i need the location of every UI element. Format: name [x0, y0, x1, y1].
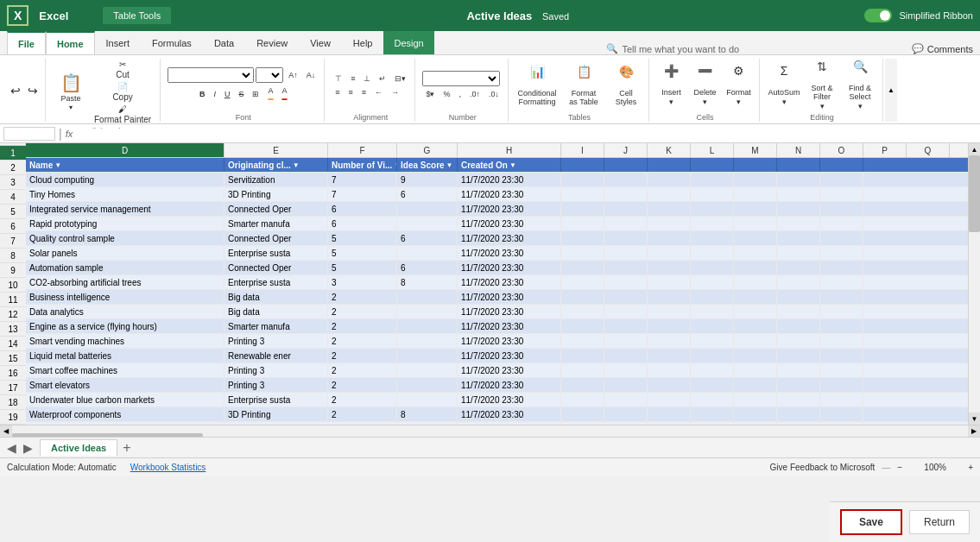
align-left-button[interactable]: ≡: [332, 86, 343, 98]
comments-button[interactable]: 💬 Comments: [912, 43, 980, 54]
table-cell[interactable]: 7: [328, 187, 397, 201]
format-cells-button[interactable]: ⚙ Format▾: [724, 61, 754, 110]
table-cell[interactable]: [777, 334, 820, 348]
table-cell[interactable]: 2: [328, 393, 397, 406]
row-header-19[interactable]: 19: [0, 410, 26, 425]
table-cell[interactable]: [604, 334, 648, 348]
table-row[interactable]: Rapid prototypingSmarter manufa611/7/202…: [26, 217, 968, 231]
table-cell[interactable]: 8: [397, 407, 458, 421]
decimal-decrease-button[interactable]: .0↓: [485, 88, 503, 100]
table-row[interactable]: Business intelligenceBig data211/7/2020 …: [26, 290, 968, 305]
sheet-nav-right[interactable]: ▶: [20, 441, 36, 455]
table-row[interactable]: Smart coffee machinesPrinting 3211/7/202…: [26, 363, 968, 378]
row-header-9[interactable]: 9: [0, 263, 26, 278]
strikethrough-button[interactable]: S: [235, 88, 247, 100]
table-cell[interactable]: Printing 3: [224, 363, 328, 377]
col-header-h[interactable]: H: [458, 143, 561, 157]
table-cell[interactable]: [734, 217, 777, 230]
font-size-select[interactable]: [256, 67, 283, 83]
table-cell[interactable]: [734, 407, 777, 421]
bold-button[interactable]: B: [196, 88, 209, 100]
table-cell[interactable]: Smart vending machines: [26, 334, 224, 348]
align-center-button[interactable]: ≡: [345, 86, 356, 98]
table-cell[interactable]: [734, 231, 777, 245]
table-cell[interactable]: 2: [328, 349, 397, 362]
table-cell[interactable]: [691, 378, 734, 392]
currency-button[interactable]: $▾: [422, 88, 438, 100]
table-cell[interactable]: [777, 202, 820, 216]
tab-design[interactable]: Design: [383, 31, 433, 54]
increase-font-button[interactable]: A↑: [285, 69, 301, 81]
table-cell[interactable]: [734, 173, 777, 186]
table-cell[interactable]: [734, 349, 777, 362]
sheet-add-button[interactable]: +: [117, 440, 136, 456]
table-cell[interactable]: [561, 305, 604, 318]
table-cell[interactable]: [648, 363, 691, 377]
table-cell[interactable]: Automation sample: [26, 261, 224, 274]
table-cell[interactable]: 6: [328, 202, 397, 216]
row-header-10[interactable]: 10: [0, 278, 26, 293]
table-cell[interactable]: [691, 407, 734, 421]
table-row[interactable]: Data analyticsBig data211/7/2020 23:30: [26, 305, 968, 319]
decrease-font-button[interactable]: A↓: [303, 69, 319, 81]
table-cell[interactable]: [561, 378, 604, 392]
table-cell[interactable]: Printing 3: [224, 334, 328, 348]
table-cell[interactable]: 11/7/2020 23:30: [458, 378, 561, 392]
table-cell[interactable]: 3: [328, 275, 397, 289]
conditional-formatting-button[interactable]: 📊 Conditional Formatting: [515, 61, 559, 110]
table-cell[interactable]: 11/7/2020 23:30: [458, 305, 561, 318]
table-cell[interactable]: [691, 290, 734, 304]
table-cell[interactable]: [648, 173, 691, 186]
table-cell[interactable]: [648, 261, 691, 274]
border-button[interactable]: ⊞: [249, 88, 262, 100]
row-header-16[interactable]: 16: [0, 366, 26, 381]
table-cell[interactable]: 11/7/2020 23:30: [458, 319, 561, 333]
copy-button[interactable]: 📄 Copy: [91, 81, 155, 103]
table-cell[interactable]: [734, 334, 777, 348]
table-row[interactable]: Integrated service managementConnected O…: [26, 202, 968, 217]
table-cell[interactable]: [820, 378, 863, 392]
table-cell[interactable]: 11/7/2020 23:30: [458, 231, 561, 245]
table-cell[interactable]: [561, 363, 604, 377]
table-cell[interactable]: [397, 349, 458, 362]
col-header-d[interactable]: D: [26, 143, 224, 157]
comma-button[interactable]: ,: [455, 88, 465, 100]
col-header-l[interactable]: L: [691, 143, 734, 157]
table-cell[interactable]: [561, 349, 604, 362]
table-cell[interactable]: [561, 202, 604, 216]
row-header-4[interactable]: 4: [0, 190, 26, 205]
table-cell[interactable]: [691, 202, 734, 216]
table-cell[interactable]: [397, 217, 458, 230]
table-cell[interactable]: Integrated service management: [26, 202, 224, 216]
table-cell[interactable]: [777, 319, 820, 333]
table-cell[interactable]: [604, 349, 648, 362]
table-cell[interactable]: [561, 275, 604, 289]
row-header-8[interactable]: 8: [0, 249, 26, 263]
table-cell[interactable]: 6: [328, 217, 397, 230]
table-cell[interactable]: [648, 407, 691, 421]
row-header-1[interactable]: 1: [0, 146, 26, 161]
scroll-down-button[interactable]: ▼: [969, 413, 980, 425]
col-header-j[interactable]: J: [604, 143, 648, 157]
insert-cells-button[interactable]: ➕ Insert▾: [656, 61, 686, 110]
table-cell[interactable]: [777, 246, 820, 260]
scroll-up-button[interactable]: ▲: [969, 143, 980, 155]
table-cell[interactable]: [397, 319, 458, 333]
table-cell[interactable]: [820, 246, 863, 260]
table-cell[interactable]: 2: [328, 290, 397, 304]
col-header-r[interactable]: R: [950, 143, 968, 157]
table-cell[interactable]: [691, 217, 734, 230]
table-cell[interactable]: Smart elevators: [26, 378, 224, 392]
table-cell[interactable]: [604, 319, 648, 333]
table-cell[interactable]: 11/7/2020 23:30: [458, 275, 561, 289]
table-cell[interactable]: Rapid prototyping: [26, 217, 224, 230]
fill-color-button[interactable]: A▬: [264, 85, 276, 103]
table-cell[interactable]: 3D Printing: [224, 407, 328, 421]
table-cell[interactable]: [397, 305, 458, 318]
col-header-g[interactable]: G: [397, 143, 458, 157]
merge-button[interactable]: ⊟▾: [391, 72, 409, 85]
table-cell[interactable]: [397, 393, 458, 406]
table-cell[interactable]: [820, 319, 863, 333]
table-cell[interactable]: Enterprise susta: [224, 393, 328, 406]
table-cell[interactable]: [691, 261, 734, 274]
